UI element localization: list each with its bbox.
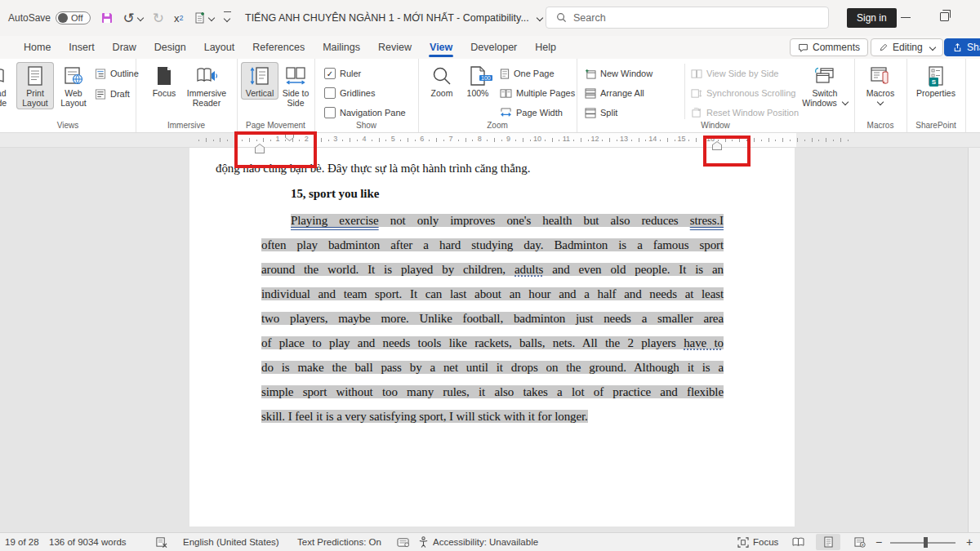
new-window-button[interactable]: New Window: [585, 65, 653, 82]
word-count[interactable]: 136 of 9034 words: [49, 533, 127, 551]
paragraph-line: Playing exercise not only improves one's…: [261, 208, 724, 233]
print-layout-view-button[interactable]: [816, 534, 840, 550]
sign-in-button[interactable]: Sign in: [847, 8, 897, 28]
zoom-slider-handle[interactable]: [924, 537, 928, 548]
paragraph-line: around the world. It is played by childr…: [261, 257, 724, 282]
ribbon-tab-row: HomeInsertDrawDesignLayoutReferencesMail…: [0, 36, 980, 59]
document-page[interactable]: động nào cùng bạn bè. Đây thực sự là một…: [189, 148, 795, 527]
tab-layout[interactable]: Layout: [195, 38, 244, 57]
save-button[interactable]: [100, 11, 114, 24]
customize-qat-button[interactable]: [224, 11, 231, 25]
side-to-side-button[interactable]: Side to Side: [278, 62, 313, 109]
proofing-errors-button[interactable]: [155, 533, 167, 551]
zoom-100-button[interactable]: 100 100%: [459, 62, 497, 100]
share-button[interactable]: Share: [944, 38, 980, 56]
macros-button[interactable]: Macros: [862, 62, 899, 109]
page-indicator[interactable]: 19 of 28: [5, 533, 39, 551]
immersive-reader-button[interactable]: Immersive Reader: [183, 62, 230, 109]
draft-button[interactable]: Draft: [95, 86, 130, 102]
document-title[interactable]: TIẾNG ANH CHUYÊN NGÀNH 1 - MỚI NHẤT - Co…: [245, 0, 542, 36]
page-width-button[interactable]: Page Width: [500, 104, 563, 121]
ruler[interactable]: 12345678910111213141516: [0, 133, 980, 148]
autosave-state: Off: [71, 13, 82, 23]
split-icon: [585, 108, 596, 118]
undo-button[interactable]: ↺: [123, 10, 143, 26]
multiple-pages-button[interactable]: Multiple Pages: [500, 85, 575, 101]
zoom-slider-track[interactable]: [890, 542, 956, 544]
gridlines-checkbox[interactable]: Gridlines: [324, 85, 375, 101]
tab-review[interactable]: Review: [369, 38, 421, 57]
annotation-box-left-indent: [234, 131, 317, 168]
group-label-window: Window: [577, 121, 854, 130]
text-predictions-icon-button[interactable]: [397, 533, 409, 551]
text-predictions-indicator[interactable]: Text Predictions: On: [297, 533, 381, 551]
document-area: động nào cùng bạn bè. Đây thực sự là một…: [0, 148, 980, 532]
group-label-show: Show: [314, 121, 418, 130]
focus-mode-button[interactable]: Focus: [737, 533, 778, 551]
group-views: Read Mode Print Layout Web Layout Outlin…: [0, 59, 136, 132]
save-icon: [100, 11, 114, 24]
tab-home[interactable]: Home: [15, 38, 60, 57]
redo-button[interactable]: ↻: [153, 10, 164, 26]
tab-help[interactable]: Help: [526, 38, 565, 57]
zoom-button[interactable]: Zoom: [423, 62, 461, 100]
tab-references[interactable]: References: [243, 38, 314, 57]
paragraph-line: individual and team sport. It can last a…: [261, 282, 724, 306]
read-mode-button[interactable]: Read Mode: [0, 62, 15, 109]
macros-icon: [870, 64, 891, 88]
properties-button[interactable]: S Properties: [913, 62, 959, 100]
read-mode-view-button[interactable]: [786, 534, 810, 550]
autosave-toggle[interactable]: AutoSave Off: [8, 11, 91, 24]
comments-button[interactable]: Comments: [790, 38, 868, 56]
tab-developer[interactable]: Developer: [461, 38, 526, 57]
focus-mode-icon: [737, 537, 749, 548]
synchronous-scrolling-button[interactable]: Synchronous Scrolling: [691, 85, 795, 101]
tab-insert[interactable]: Insert: [60, 38, 103, 57]
paragraph-line: often play badminton after a hard studyi…: [261, 233, 724, 257]
tab-draw[interactable]: Draw: [104, 38, 145, 57]
page-width-icon: [500, 108, 512, 118]
navigation-pane-checkbox[interactable]: Navigation Pane: [324, 104, 406, 121]
title-dropdown-icon: [537, 15, 543, 21]
paste-button[interactable]: [194, 11, 214, 24]
arrange-all-button[interactable]: Arrange All: [585, 85, 644, 101]
zoom-in-button[interactable]: +: [966, 533, 973, 551]
immersive-reader-icon: [195, 64, 218, 88]
tab-view[interactable]: View: [421, 38, 461, 57]
subscript-button[interactable]: x2: [174, 12, 184, 24]
split-button[interactable]: Split: [585, 104, 617, 121]
undo-icon: ↺: [123, 10, 135, 26]
outline-button[interactable]: Outline: [95, 65, 139, 82]
group-immersive: Focus Immersive Reader Immersive: [136, 59, 238, 132]
tab-mailings[interactable]: Mailings: [314, 38, 369, 57]
switch-windows-button[interactable]: Switch Windows: [802, 62, 848, 109]
vertical-scrollbar[interactable]: [968, 148, 980, 532]
reset-window-position-button[interactable]: Reset Window Position: [691, 104, 799, 121]
group-page-movement: Vertical Side to Side Page Movement: [237, 59, 315, 132]
web-layout-view-button[interactable]: e: [848, 534, 872, 550]
accessibility-indicator[interactable]: Accessibility: Unavailable: [418, 533, 538, 551]
one-page-icon: [500, 69, 510, 79]
group-sharepoint: S Properties SharePoint: [906, 59, 966, 132]
language-indicator[interactable]: English (United States): [183, 533, 279, 551]
status-bar: 19 of 28 136 of 9034 words English (Unit…: [0, 532, 980, 551]
vertical-icon: [249, 64, 270, 88]
restore-button[interactable]: [940, 12, 949, 21]
group-label-views: Views: [0, 121, 136, 130]
web-layout-button[interactable]: Web Layout: [55, 62, 92, 109]
search-box[interactable]: Search: [546, 7, 829, 29]
tab-design[interactable]: Design: [145, 38, 195, 57]
annotation-box-right-indent: [703, 136, 751, 167]
read-mode-icon: [0, 64, 6, 88]
view-side-by-side-button[interactable]: View Side by Side: [691, 65, 778, 82]
group-label-sharepoint: SharePoint: [906, 121, 965, 130]
focus-button[interactable]: Focus: [145, 62, 183, 100]
editing-dropdown[interactable]: Editing: [871, 38, 943, 56]
print-layout-button[interactable]: Print Layout: [16, 62, 54, 109]
ruler-checkbox[interactable]: ✓Ruler: [324, 65, 361, 82]
one-page-button[interactable]: One Page: [500, 65, 555, 82]
group-label-immersive: Immersive: [136, 121, 237, 130]
minimize-button[interactable]: [901, 17, 911, 18]
vertical-button[interactable]: Vertical: [241, 62, 278, 100]
zoom-out-button[interactable]: −: [875, 533, 882, 551]
